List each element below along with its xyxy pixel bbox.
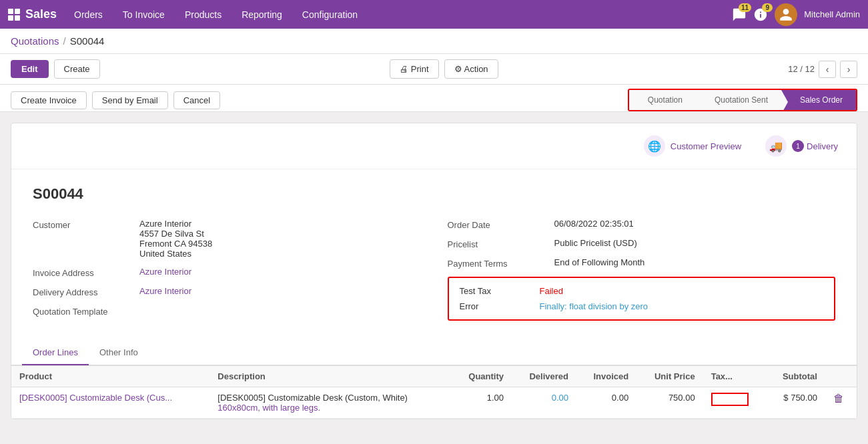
test-tax-value: Failed: [540, 286, 563, 296]
nav-to-invoice[interactable]: To Invoice: [115, 0, 173, 29]
tab-other-info[interactable]: Other Info: [89, 341, 149, 365]
order-date-label: Order Date: [448, 219, 554, 230]
form-left-col: Customer Azure Interior 4557 De Silva St…: [33, 219, 421, 325]
form-grid: Customer Azure Interior 4557 De Silva St…: [33, 219, 835, 325]
customer-value: Azure Interior 4557 De Silva St Fremont …: [139, 219, 421, 259]
customer-preview-button[interactable]: 🌐 Customer Preview: [636, 131, 749, 161]
pricelist-field: Pricelist Public Pricelist (USD): [448, 238, 836, 249]
doc-number: S00044: [33, 185, 835, 203]
truck-icon: 🚚: [765, 135, 787, 157]
table-header-row: Product Description Quantity Delivered I…: [11, 366, 857, 387]
customer-name[interactable]: Azure Interior: [139, 219, 421, 229]
invoice-address-value[interactable]: Azure Interior: [139, 267, 421, 277]
breadcrumb: Quotations / S00044: [0, 29, 868, 54]
status-bar: Create Invoice Send by Email Cancel Quot…: [0, 85, 868, 112]
pipeline-stage-quotation[interactable]: Quotation: [629, 90, 696, 110]
tab-order-lines[interactable]: Order Lines: [22, 341, 89, 365]
col-header-quantity: Quantity: [452, 366, 512, 387]
order-lines-table-section: Product Description Quantity Delivered I…: [11, 365, 857, 419]
username[interactable]: Mitchell Admin: [804, 9, 860, 19]
form-body: S00044 Customer Azure Interior 4557 De S…: [11, 169, 857, 341]
customer-field: Customer Azure Interior 4557 De Silva St…: [33, 219, 421, 259]
delivery-info: 1 Delivery: [792, 140, 838, 152]
prev-page-button[interactable]: ‹: [819, 61, 836, 78]
delete-row-button[interactable]: 🗑: [833, 393, 844, 404]
pricelist-label: Pricelist: [448, 238, 554, 249]
avatar[interactable]: [775, 3, 797, 26]
tabs-bar: Order Lines Other Info: [11, 341, 857, 365]
activities-count: 9: [762, 3, 773, 12]
error-box: Test Tax Failed Error Finally: float div…: [448, 277, 836, 321]
error-row: Error Finally: float division by zero: [460, 301, 824, 311]
cell-subtotal: $ 750.00: [766, 387, 825, 419]
payment-terms-value: End of Following Month: [554, 257, 836, 267]
logo-grid: [8, 9, 20, 21]
order-date-field: Order Date 06/08/2022 02:35:01: [448, 219, 836, 230]
page-nav: 12 / 12 ‹ ›: [788, 61, 857, 78]
cell-delivered: 0.00: [512, 387, 576, 419]
form-top-actions: 🌐 Customer Preview 🚚 1 Delivery: [11, 123, 857, 169]
delivery-button[interactable]: 🚚 1 Delivery: [757, 131, 846, 161]
test-tax-row: Test Tax Failed: [460, 286, 824, 296]
next-page-button[interactable]: ›: [840, 61, 857, 78]
create-invoice-button[interactable]: Create Invoice: [11, 91, 87, 109]
col-header-subtotal: Subtotal: [766, 366, 825, 387]
nav-products[interactable]: Products: [177, 0, 230, 29]
breadcrumb-parent[interactable]: Quotations: [11, 35, 59, 47]
col-header-actions: [825, 366, 857, 387]
app-name: Sales: [25, 7, 57, 21]
invoice-address-field: Invoice Address Azure Interior: [33, 267, 421, 278]
app-logo[interactable]: Sales: [8, 7, 57, 21]
cell-quantity: 1.00: [452, 387, 512, 419]
form-card: 🌐 Customer Preview 🚚 1 Delivery S00044: [11, 123, 857, 419]
topnav: Sales Orders To Invoice Products Reporti…: [0, 0, 868, 29]
pipeline: Quotation Quotation Sent Sales Order: [628, 89, 857, 111]
pricelist-value: Public Pricelist (USD): [554, 238, 836, 248]
invoice-address-label: Invoice Address: [33, 267, 139, 278]
nav-orders[interactable]: Orders: [66, 0, 111, 29]
delivery-address-field: Delivery Address Azure Interior: [33, 286, 421, 297]
messages-count: 11: [739, 3, 751, 12]
col-header-tax: Tax...: [703, 366, 766, 387]
col-header-invoiced: Invoiced: [576, 366, 636, 387]
cell-unit-price: 750.00: [636, 387, 703, 419]
send-by-email-button[interactable]: Send by Email: [92, 91, 168, 109]
activities-icon[interactable]: 9: [753, 7, 768, 22]
page-info: 12 / 12: [788, 64, 815, 74]
print-button[interactable]: 🖨 Print: [390, 59, 438, 79]
col-header-unit-price: Unit Price: [636, 366, 703, 387]
customer-address: 4557 De Silva St Fremont CA 94538 United…: [139, 229, 421, 259]
test-tax-label: Test Tax: [460, 286, 540, 296]
cell-invoiced: 0.00: [576, 387, 636, 419]
globe-icon: 🌐: [644, 135, 665, 157]
breadcrumb-sep: /: [63, 35, 66, 47]
error-value: Finally: float division by zero: [540, 301, 648, 311]
quotation-template-label: Quotation Template: [33, 305, 139, 317]
pipeline-stage-sent[interactable]: Quotation Sent: [696, 90, 781, 110]
cancel-button[interactable]: Cancel: [173, 91, 220, 109]
main-wrapper: 🌐 Customer Preview 🚚 1 Delivery S00044: [0, 112, 868, 441]
payment-terms-label: Payment Terms: [448, 257, 554, 269]
nav-configuration[interactable]: Configuration: [294, 0, 366, 29]
action-button[interactable]: ⚙ Action: [444, 59, 498, 79]
nav-reporting[interactable]: Reporting: [234, 0, 290, 29]
tax-box[interactable]: [711, 393, 749, 406]
cell-description: [DESK0005] Customizable Desk (Custom, Wh…: [209, 387, 452, 419]
delivery-address-label: Delivery Address: [33, 286, 139, 297]
payment-terms-field: Payment Terms End of Following Month: [448, 257, 836, 269]
cell-row-actions: 🗑: [825, 387, 857, 419]
order-table: Product Description Quantity Delivered I…: [11, 365, 857, 419]
topnav-icons: 11 9 Mitchell Admin: [732, 3, 860, 26]
col-header-delivered: Delivered: [512, 366, 576, 387]
pipeline-stage-sales-order[interactable]: Sales Order: [781, 90, 856, 110]
cell-product[interactable]: [DESK0005] Customizable Desk (Cus...: [11, 387, 209, 419]
breadcrumb-current: S00044: [70, 35, 105, 47]
quotation-template-field: Quotation Template: [33, 305, 421, 317]
create-button[interactable]: Create: [54, 59, 100, 79]
edit-button[interactable]: Edit: [11, 60, 49, 78]
col-header-description: Description: [209, 366, 452, 387]
delivery-address-value[interactable]: Azure Interior: [139, 286, 421, 296]
col-header-product: Product: [11, 366, 209, 387]
messages-icon[interactable]: 11: [732, 7, 747, 22]
customer-label: Customer: [33, 219, 139, 230]
